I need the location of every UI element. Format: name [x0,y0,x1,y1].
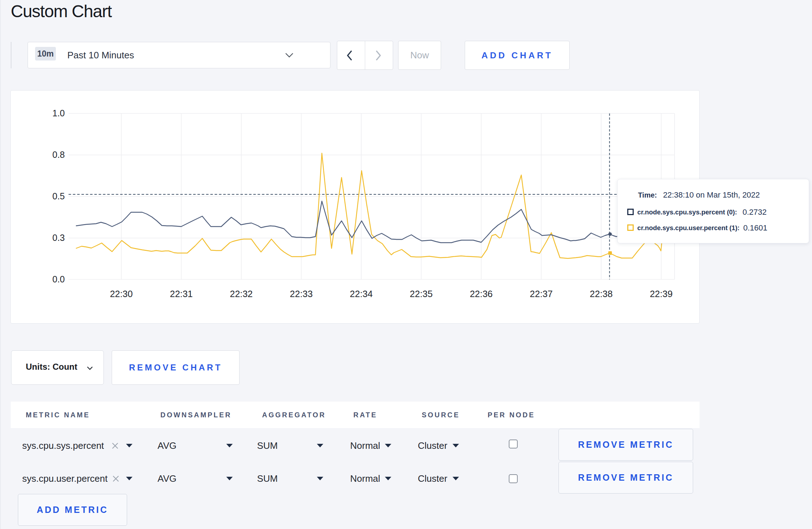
svg-text:22:32: 22:32 [230,289,253,299]
svg-text:22:35: 22:35 [410,289,433,299]
svg-text:0.5: 0.5 [52,191,65,201]
svg-text:22:37: 22:37 [530,289,553,299]
svg-text:22:30: 22:30 [110,289,133,299]
svg-text:22:38: 22:38 [590,289,613,299]
svg-text:22:36: 22:36 [470,289,493,299]
svg-text:22:33: 22:33 [290,289,313,299]
svg-text:0.0: 0.0 [52,274,65,284]
svg-text:22:39: 22:39 [650,289,673,299]
svg-text:22:31: 22:31 [170,289,193,299]
svg-text:0.3: 0.3 [52,233,65,243]
svg-text:1.0: 1.0 [52,108,65,118]
svg-text:22:34: 22:34 [350,289,373,299]
svg-text:0.8: 0.8 [52,150,65,160]
